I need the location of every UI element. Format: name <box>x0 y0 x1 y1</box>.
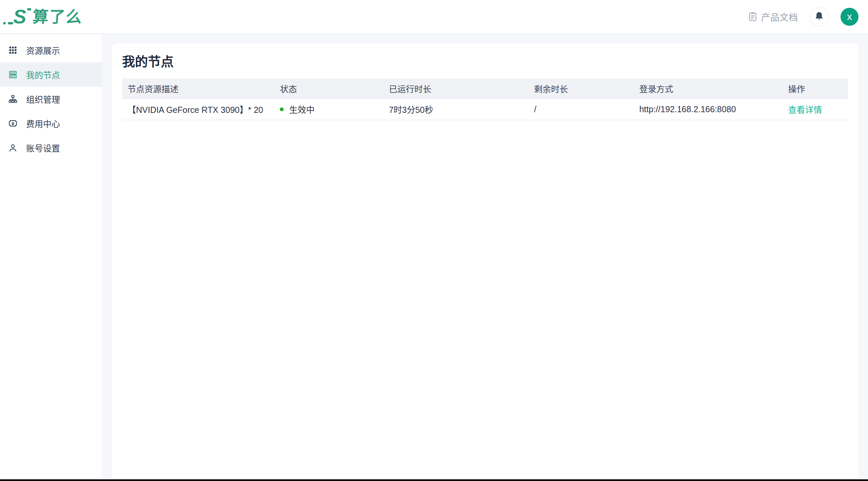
sidebar-nav: 资源展示 我的节点 <box>0 35 102 481</box>
nodes-card: 我的节点 节点资源描述 状态 已运行时长 <box>112 43 858 479</box>
server-icon <box>8 69 18 80</box>
main-content: 我的节点 节点资源描述 状态 已运行时长 <box>102 35 868 481</box>
sidebar-item-label: 费用中心 <box>26 117 60 129</box>
column-header-status: 状态 <box>274 79 383 98</box>
column-header-login: 登录方式 <box>634 79 783 98</box>
table-row: 【NVIDIA GeForce RTX 3090】* 20 生效中 7时3分50… <box>122 98 848 120</box>
bell-icon <box>814 11 825 23</box>
org-chart-icon <box>8 94 18 104</box>
notifications-button[interactable] <box>809 7 829 26</box>
node-remaining-cell: / <box>528 98 634 120</box>
document-icon <box>748 12 758 22</box>
status-label: 生效中 <box>289 103 314 115</box>
sidebar-item-billing[interactable]: 费用中心 <box>0 111 102 136</box>
nodes-table: 节点资源描述 状态 已运行时长 剩余时长 登录方式 操作 【NVIDIA GeF… <box>122 79 848 120</box>
grid-icon <box>8 45 18 55</box>
view-details-link[interactable]: 查看详情 <box>788 105 822 115</box>
logo-speed-dash <box>8 22 13 24</box>
node-login-cell: http://192.168.2.166:8080 <box>634 98 783 120</box>
logo-speed-dash <box>27 8 31 11</box>
sidebar-item-resources[interactable]: 资源展示 <box>0 38 102 62</box>
top-bar-actions: 产品文档 x <box>748 7 859 26</box>
logo-s-icon: S <box>13 7 28 26</box>
app-root: S 算了么 产品文档 <box>0 0 868 481</box>
column-header-resource: 节点资源描述 <box>122 79 274 98</box>
table-header-row: 节点资源描述 状态 已运行时长 剩余时长 登录方式 操作 <box>122 79 848 98</box>
status-dot-icon <box>280 107 284 111</box>
node-uptime-cell: 7时3分50秒 <box>383 98 528 120</box>
sidebar-item-label: 我的节点 <box>26 68 60 81</box>
body-row: 资源展示 我的节点 <box>0 35 868 481</box>
logo-wordmark: 算了么 <box>32 9 83 25</box>
logo-speed-dash <box>3 22 6 24</box>
bottom-edge-bar <box>0 479 868 481</box>
product-docs-link[interactable]: 产品文档 <box>748 10 798 23</box>
node-status-cell: 生效中 <box>274 98 383 120</box>
sidebar-item-label: 资源展示 <box>26 44 60 56</box>
column-header-remaining: 剩余时长 <box>528 79 634 98</box>
node-actions-cell: 查看详情 <box>783 98 848 120</box>
column-header-uptime: 已运行时长 <box>383 79 528 98</box>
product-docs-label: 产品文档 <box>761 10 798 23</box>
node-resource-cell: 【NVIDIA GeForce RTX 3090】* 20 <box>122 98 274 120</box>
account-icon <box>8 143 18 153</box>
sidebar-item-my-nodes[interactable]: 我的节点 <box>0 62 102 87</box>
column-header-actions: 操作 <box>783 79 848 98</box>
avatar-initial: x <box>847 11 852 22</box>
sidebar-item-label: 账号设置 <box>26 142 60 154</box>
page-title: 我的节点 <box>122 54 848 70</box>
sidebar-item-organization[interactable]: 组织管理 <box>0 87 102 111</box>
app-logo[interactable]: S 算了么 <box>13 7 82 26</box>
billing-icon <box>8 118 18 128</box>
top-bar: S 算了么 产品文档 <box>0 0 868 34</box>
user-avatar[interactable]: x <box>841 8 859 26</box>
sidebar-item-label: 组织管理 <box>26 93 60 105</box>
sidebar-item-account[interactable]: 账号设置 <box>0 136 102 160</box>
